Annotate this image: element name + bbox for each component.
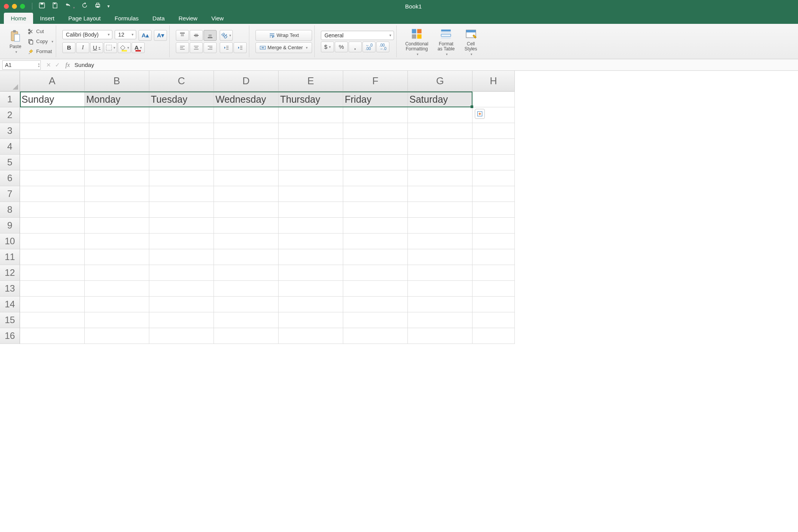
- row-header-8[interactable]: 8: [0, 202, 20, 218]
- cell-G3[interactable]: [408, 123, 472, 139]
- cell-A11[interactable]: [20, 249, 85, 265]
- cell-D2[interactable]: [214, 107, 279, 123]
- cell-E9[interactable]: [279, 218, 343, 233]
- cell-B11[interactable]: [85, 249, 149, 265]
- cell-F3[interactable]: [343, 123, 408, 139]
- autosave-icon[interactable]: [38, 2, 45, 10]
- cell-H6[interactable]: [472, 170, 515, 186]
- undo-icon[interactable]: [65, 2, 75, 10]
- cell-E12[interactable]: [279, 265, 343, 281]
- row-header-10[interactable]: 10: [0, 233, 20, 249]
- column-header-A[interactable]: A: [20, 71, 85, 92]
- row-header-3[interactable]: 3: [0, 123, 20, 139]
- cell-D10[interactable]: [214, 233, 279, 249]
- cell-F5[interactable]: [343, 155, 408, 170]
- cell-F13[interactable]: [343, 281, 408, 297]
- cell-B1[interactable]: Monday: [85, 92, 149, 107]
- column-header-E[interactable]: E: [279, 71, 343, 92]
- cell-G13[interactable]: [408, 281, 472, 297]
- cell-B2[interactable]: [85, 107, 149, 123]
- cell-H3[interactable]: [472, 123, 515, 139]
- row-header-9[interactable]: 9: [0, 218, 20, 233]
- cell-A1[interactable]: Sunday: [20, 92, 85, 107]
- cell-G2[interactable]: [408, 107, 472, 123]
- cell-C8[interactable]: [149, 202, 214, 218]
- cell-F11[interactable]: [343, 249, 408, 265]
- row-header-11[interactable]: 11: [0, 249, 20, 265]
- italic-button[interactable]: I: [76, 42, 89, 53]
- cell-C16[interactable]: [149, 328, 214, 344]
- cell-H4[interactable]: [472, 139, 515, 155]
- cell-A6[interactable]: [20, 170, 85, 186]
- cell-D5[interactable]: [214, 155, 279, 170]
- cell-F10[interactable]: [343, 233, 408, 249]
- tab-insert[interactable]: Insert: [33, 13, 62, 24]
- cell-G12[interactable]: [408, 265, 472, 281]
- align-center-button[interactable]: [190, 42, 203, 53]
- row-header-13[interactable]: 13: [0, 281, 20, 297]
- cell-B5[interactable]: [85, 155, 149, 170]
- cell-A4[interactable]: [20, 139, 85, 155]
- cell-H7[interactable]: [472, 186, 515, 202]
- wrap-text-button[interactable]: Wrap Text: [255, 30, 312, 41]
- cell-A7[interactable]: [20, 186, 85, 202]
- comma-button[interactable]: ⸒: [349, 42, 362, 52]
- cell-H15[interactable]: [472, 312, 515, 328]
- borders-button[interactable]: [104, 42, 117, 53]
- zoom-window-icon[interactable]: [20, 4, 25, 9]
- cell-F4[interactable]: [343, 139, 408, 155]
- align-top-button[interactable]: [176, 30, 189, 41]
- cell-G6[interactable]: [408, 170, 472, 186]
- cell-A14[interactable]: [20, 297, 85, 312]
- cell-D8[interactable]: [214, 202, 279, 218]
- cell-E14[interactable]: [279, 297, 343, 312]
- fill-color-button[interactable]: [118, 42, 131, 53]
- row-header-12[interactable]: 12: [0, 265, 20, 281]
- cell-D16[interactable]: [214, 328, 279, 344]
- cell-H5[interactable]: [472, 155, 515, 170]
- format-as-table-button[interactable]: Format as Table: [435, 26, 457, 57]
- cell-E5[interactable]: [279, 155, 343, 170]
- cell-C15[interactable]: [149, 312, 214, 328]
- cell-B14[interactable]: [85, 297, 149, 312]
- cell-B15[interactable]: [85, 312, 149, 328]
- formula-input[interactable]: Sunday: [73, 62, 798, 68]
- cell-F2[interactable]: [343, 107, 408, 123]
- tab-view[interactable]: View: [204, 13, 230, 24]
- cell-H8[interactable]: [472, 202, 515, 218]
- cell-H10[interactable]: [472, 233, 515, 249]
- save-icon[interactable]: [52, 2, 58, 10]
- cell-G11[interactable]: [408, 249, 472, 265]
- row-header-7[interactable]: 7: [0, 186, 20, 202]
- cell-G1[interactable]: Saturday: [408, 92, 472, 107]
- cell-D14[interactable]: [214, 297, 279, 312]
- cell-A8[interactable]: [20, 202, 85, 218]
- format-painter-button[interactable]: Format: [28, 47, 53, 56]
- cell-F7[interactable]: [343, 186, 408, 202]
- cell-B8[interactable]: [85, 202, 149, 218]
- cell-D4[interactable]: [214, 139, 279, 155]
- font-name-select[interactable]: Calibri (Body): [62, 30, 112, 39]
- cell-A9[interactable]: [20, 218, 85, 233]
- cell-B3[interactable]: [85, 123, 149, 139]
- cell-G8[interactable]: [408, 202, 472, 218]
- row-header-2[interactable]: 2: [0, 107, 20, 123]
- column-header-H[interactable]: H: [472, 71, 515, 92]
- orientation-button[interactable]: ab: [220, 30, 233, 41]
- cell-E11[interactable]: [279, 249, 343, 265]
- column-header-G[interactable]: G: [408, 71, 472, 92]
- cell-F14[interactable]: [343, 297, 408, 312]
- increase-font-button[interactable]: A▴: [139, 30, 152, 41]
- cell-C9[interactable]: [149, 218, 214, 233]
- cell-G7[interactable]: [408, 186, 472, 202]
- cell-H14[interactable]: [472, 297, 515, 312]
- cell-G14[interactable]: [408, 297, 472, 312]
- cell-F9[interactable]: [343, 218, 408, 233]
- cell-D15[interactable]: [214, 312, 279, 328]
- conditional-formatting-button[interactable]: Conditional Formatting: [403, 26, 431, 57]
- cell-G4[interactable]: [408, 139, 472, 155]
- redo-icon[interactable]: [81, 2, 88, 10]
- cell-B13[interactable]: [85, 281, 149, 297]
- underline-button[interactable]: U: [90, 42, 103, 53]
- cell-G5[interactable]: [408, 155, 472, 170]
